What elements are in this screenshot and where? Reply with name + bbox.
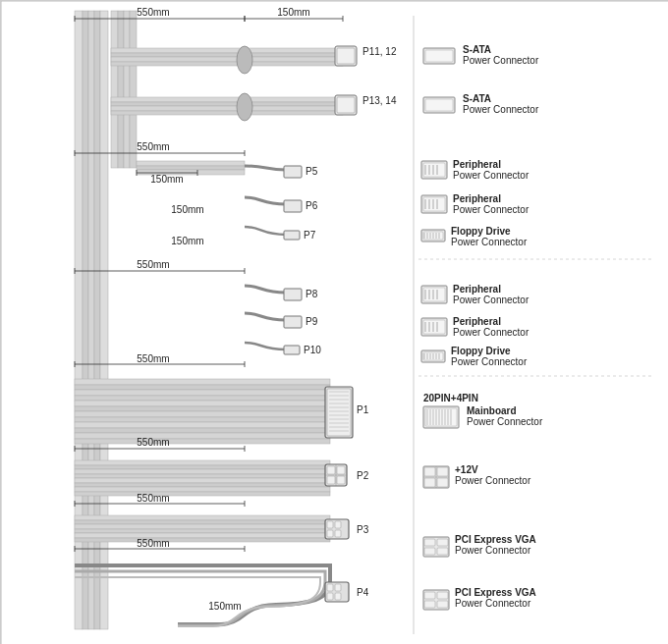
svg-rect-182: [424, 539, 435, 546]
svg-rect-91: [337, 466, 345, 474]
p8-label: P8: [306, 289, 318, 299]
svg-rect-83: [75, 478, 330, 483]
svg-rect-24: [111, 102, 343, 106]
svg-rect-187: [424, 592, 435, 599]
svg-rect-120: [425, 99, 453, 111]
legend-mainboard-sub: Power Connector: [467, 416, 543, 427]
svg-rect-180: [437, 478, 448, 487]
svg-rect-55: [75, 401, 330, 406]
svg-rect-106: [327, 530, 333, 537]
svg-rect-185: [437, 548, 448, 555]
legend-periph1-sub: Power Connector: [453, 170, 529, 181]
legend-mainboard-title: Mainboard: [467, 405, 517, 416]
meas-150-p4: 150mm: [208, 601, 241, 612]
svg-rect-190: [437, 601, 448, 608]
svg-rect-178: [437, 467, 448, 476]
svg-rect-82: [75, 474, 330, 478]
svg-rect-85: [75, 487, 330, 492]
svg-rect-41: [284, 231, 300, 240]
svg-rect-179: [424, 478, 435, 487]
svg-rect-8: [124, 11, 130, 168]
svg-rect-45: [284, 289, 302, 300]
svg-rect-97: [75, 515, 330, 520]
meas-150-p7: 150mm: [171, 236, 203, 246]
svg-rect-34: [137, 166, 245, 170]
legend-12v-sub: Power Connector: [455, 475, 531, 486]
svg-rect-115: [335, 593, 341, 600]
svg-rect-59: [75, 422, 330, 428]
meas-550-p10: 550mm: [137, 353, 169, 364]
p10-label: P10: [304, 345, 321, 355]
meas-150-top: 150mm: [277, 7, 309, 18]
p1-label: P1: [357, 404, 369, 415]
legend-periph1-title: Peripheral: [453, 159, 501, 170]
svg-rect-84: [75, 483, 330, 487]
svg-rect-149: [423, 320, 445, 334]
svg-rect-101: [75, 533, 330, 538]
svg-rect-86: [75, 492, 330, 496]
p5-label: P5: [306, 166, 318, 177]
svg-rect-114: [327, 593, 333, 600]
svg-rect-19: [111, 62, 343, 66]
meas-150-p5: 150mm: [150, 174, 183, 185]
svg-rect-39: [284, 166, 302, 178]
svg-rect-90: [327, 466, 335, 474]
svg-rect-104: [327, 521, 333, 528]
svg-rect-54: [75, 396, 330, 401]
svg-rect-29: [337, 97, 355, 113]
meas-550-p1: 550mm: [137, 437, 169, 448]
p4-label: P4: [357, 587, 369, 598]
p7-label: P7: [304, 230, 316, 241]
svg-point-27: [237, 93, 252, 121]
svg-rect-183: [437, 539, 448, 546]
legend-periph2-sub: Power Connector: [453, 204, 529, 215]
svg-rect-16: [111, 48, 343, 53]
svg-rect-52: [75, 385, 330, 390]
legend-sata2-title: S-ATA: [463, 93, 491, 104]
svg-rect-122: [423, 163, 445, 177]
svg-rect-81: [75, 469, 330, 474]
svg-rect-177: [424, 467, 435, 476]
svg-rect-107: [335, 530, 341, 537]
svg-rect-7: [118, 11, 124, 168]
svg-rect-60: [75, 428, 330, 433]
legend-pin20-title: 20PIN+4PIN: [423, 393, 478, 403]
meas-150-p6: 150mm: [171, 204, 203, 215]
svg-rect-51: [75, 379, 330, 385]
p3-label: P3: [357, 524, 369, 535]
p6-label: P6: [306, 200, 318, 211]
svg-rect-184: [424, 548, 435, 555]
svg-rect-113: [335, 584, 341, 591]
legend-periph3-title: Peripheral: [453, 284, 501, 295]
svg-rect-33: [137, 161, 245, 166]
svg-rect-118: [425, 50, 453, 62]
svg-rect-128: [423, 197, 445, 211]
svg-rect-189: [424, 601, 435, 608]
svg-rect-26: [111, 111, 343, 115]
legend-periph4-title: Peripheral: [453, 316, 501, 327]
svg-rect-93: [337, 476, 345, 484]
p9-label: P9: [306, 316, 318, 327]
meas-550-top: 550mm: [137, 7, 169, 18]
legend-periph4-sub: Power Connector: [453, 327, 529, 338]
svg-rect-61: [75, 433, 330, 439]
diagram-container: 550mm 150mm P11, 12 P13, 14 550mm 150mm …: [0, 0, 668, 644]
svg-rect-9: [130, 11, 137, 168]
meas-550-p8: 550mm: [137, 259, 169, 270]
p13-14-label: P13, 14: [362, 95, 397, 106]
svg-rect-56: [75, 406, 330, 411]
meas-550-p3: 550mm: [137, 538, 169, 549]
svg-rect-23: [111, 97, 343, 102]
svg-rect-102: [75, 538, 330, 542]
svg-rect-47: [284, 346, 300, 354]
svg-rect-80: [75, 465, 330, 469]
svg-rect-58: [75, 417, 330, 422]
svg-rect-92: [327, 476, 335, 484]
legend-pcie1-title: PCI Express VGA: [455, 534, 536, 545]
legend-pcie2-sub: Power Connector: [455, 598, 531, 609]
svg-rect-188: [437, 592, 448, 599]
svg-rect-53: [75, 390, 330, 396]
svg-rect-6: [111, 11, 118, 168]
svg-rect-25: [111, 106, 343, 111]
legend-floppy1-sub: Power Connector: [451, 237, 528, 247]
